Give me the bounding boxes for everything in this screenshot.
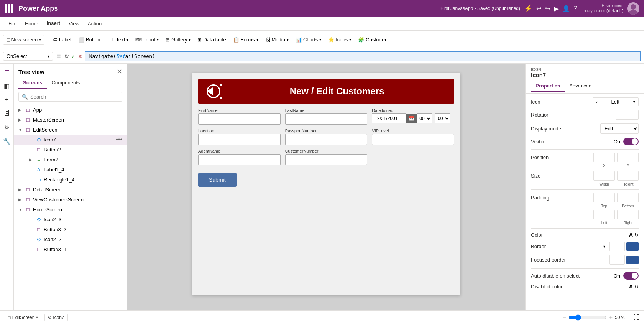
time-min-select[interactable]: 00	[435, 113, 450, 123]
nav-icon-data[interactable]: 🗄	[2, 108, 12, 119]
time-hour-select[interactable]: 00	[417, 113, 432, 123]
waffle-icon[interactable]	[5, 4, 13, 13]
undo-icon[interactable]: ↩	[536, 5, 541, 12]
nav-icon-hamburger[interactable]: ☰	[2, 67, 12, 77]
focused-border-input[interactable]: 2	[610, 255, 625, 265]
tree-item-editscreen[interactable]: ▼ □ EditScreen	[14, 125, 127, 135]
auto-disable-toggle[interactable]	[623, 272, 639, 280]
avatar[interactable]	[627, 2, 639, 15]
gallery-button[interactable]: ⊞ Gallery ▾	[163, 35, 194, 44]
tree-item-rectangle1-4[interactable]: ▭ Rectangle1_4	[14, 174, 127, 184]
agentname-input[interactable]	[198, 154, 281, 165]
firstname-input[interactable]	[198, 113, 281, 125]
padding-right-input[interactable]: 0	[617, 210, 639, 219]
tree-item-button3-2[interactable]: □ Button3_2	[14, 224, 127, 234]
icon-select[interactable]: ‹ Left ▾	[593, 97, 639, 106]
tree-item-viewcustomersscreen[interactable]: ▶ □ ViewCustomersScreen	[14, 194, 127, 204]
tab-components[interactable]: Components	[47, 77, 85, 89]
border-width-input[interactable]: 0	[610, 242, 625, 251]
rp-tab-advanced[interactable]: Advanced	[565, 81, 596, 92]
connection-icon[interactable]: ⚡	[524, 4, 532, 13]
tree-item-icon7[interactable]: ⊙ Icon7 •••	[14, 135, 127, 145]
location-input[interactable]	[198, 134, 281, 145]
check-icon[interactable]: ✓	[71, 53, 76, 59]
disabled-color-control[interactable]: A ↻	[629, 283, 639, 289]
menu-insert[interactable]: Insert	[43, 19, 64, 28]
screen-indicator[interactable]: □ EditScreen ▾	[5, 314, 41, 321]
tree-item-icon2-2[interactable]: ⊙ Icon2_2	[14, 234, 127, 244]
nav-icon-layers[interactable]: ◧	[2, 81, 12, 91]
custom-button[interactable]: 🧩 Custom ▾	[355, 35, 389, 44]
nav-icon-tools[interactable]: 🔧	[2, 136, 12, 146]
padding-top-input[interactable]: 0	[593, 193, 615, 202]
passport-input[interactable]	[285, 134, 368, 145]
rp-tab-properties[interactable]: Properties	[531, 81, 565, 92]
focused-border-color[interactable]	[626, 256, 639, 264]
border-style-select[interactable]: —▾	[596, 243, 608, 250]
tree-item-homescreen[interactable]: ▼ □ HomeScreen	[14, 204, 127, 214]
calendar-button[interactable]: 📅	[406, 114, 417, 123]
disabled-refresh-icon[interactable]: ↻	[634, 284, 639, 289]
datejoined-input[interactable]	[372, 113, 406, 123]
size-width-input[interactable]: 64	[593, 171, 615, 181]
close-panel-icon[interactable]: ✕	[117, 67, 122, 76]
menu-home[interactable]: Home	[21, 19, 42, 28]
rotation-input[interactable]: 0	[616, 110, 639, 120]
fullscreen-button[interactable]: ⛶	[633, 314, 639, 321]
redo-icon[interactable]: ↪	[545, 5, 550, 12]
padding-bottom-input[interactable]: 0	[617, 193, 639, 202]
nav-icon-variables[interactable]: ⚙	[2, 122, 12, 133]
help-icon[interactable]: ?	[574, 5, 577, 12]
position-x-input[interactable]: 14	[593, 153, 615, 162]
zoom-slider[interactable]	[568, 314, 607, 321]
button-button[interactable]: ⬜ Button	[75, 35, 104, 44]
charts-button[interactable]: 📊 Charts ▾	[292, 35, 324, 44]
submit-button[interactable]: Submit	[198, 173, 237, 187]
icon-value: Left	[599, 99, 632, 105]
customernumber-input[interactable]	[285, 154, 368, 165]
menu-file[interactable]: File	[5, 19, 20, 28]
color-control[interactable]: A ↻	[629, 232, 639, 238]
visible-toggle[interactable]	[623, 138, 639, 145]
viplevel-input[interactable]	[372, 134, 454, 145]
tree-item-detailscreen[interactable]: ▶ □ DetailScreen	[14, 184, 127, 194]
padding-left-input[interactable]: 0	[593, 210, 615, 219]
position-y-input[interactable]: 22	[617, 153, 639, 162]
tree-item-masterscreen[interactable]: ▶ □ MasterScreen	[14, 115, 127, 125]
formula-dropdown[interactable]: OnSelect ▾	[3, 52, 53, 61]
label-button[interactable]: 🏷 Label	[49, 35, 74, 44]
media-button[interactable]: 🖼 Media ▾	[262, 35, 292, 44]
tree-item-icon2-3[interactable]: ⊙ Icon2_3	[14, 214, 127, 224]
tab-screens[interactable]: Screens	[18, 77, 47, 89]
display-mode-select[interactable]: Edit View Disabled	[600, 123, 639, 134]
search-input[interactable]	[30, 94, 119, 100]
icons-button[interactable]: ⭐ Icons ▾	[325, 35, 354, 44]
zoom-plus-button[interactable]: +	[609, 314, 613, 321]
user-icon[interactable]: 👤	[562, 5, 570, 12]
more-options-icon[interactable]: •••	[116, 136, 122, 143]
new-screen-button[interactable]: □ New screen ▾	[3, 35, 44, 45]
cancel-formula-icon[interactable]: ✕	[78, 53, 82, 59]
nav-icon-add[interactable]: +	[2, 94, 12, 105]
play-icon[interactable]: ▶	[554, 5, 559, 12]
tree-item-label1-4[interactable]: A Label1_4	[14, 164, 127, 174]
border-color-swatch[interactable]	[626, 242, 639, 251]
size-height-input[interactable]: 64	[617, 171, 639, 181]
icon-indicator[interactable]: ⊙ Icon7	[44, 314, 67, 321]
forms-button[interactable]: 📋 Forms ▾	[230, 35, 261, 44]
lastname-input[interactable]	[285, 113, 368, 125]
menu-action[interactable]: Action	[84, 19, 105, 28]
tree-item-form2[interactable]: ▶ ≡ Form2	[14, 155, 127, 164]
canvas-screen[interactable]: New / Edit Customers FirstName LastName …	[192, 73, 460, 295]
formula-input-box[interactable]: Navigate(DetailScreen)	[85, 51, 641, 61]
menu-view[interactable]: View	[65, 19, 83, 28]
tree-item-app[interactable]: ▶ □ App	[14, 105, 127, 115]
data-table-button[interactable]: ⊞ Data table	[194, 35, 229, 44]
tree-item-button2[interactable]: □ Button2	[14, 145, 127, 155]
back-arrow-icon[interactable]	[204, 83, 223, 100]
text-button[interactable]: T Text ▾	[108, 35, 132, 44]
zoom-minus-button[interactable]: −	[562, 314, 566, 321]
tree-item-button3-1[interactable]: □ Button3_1	[14, 244, 127, 254]
color-refresh-icon[interactable]: ↻	[634, 232, 639, 238]
input-button[interactable]: ⌨ Input ▾	[132, 35, 162, 44]
